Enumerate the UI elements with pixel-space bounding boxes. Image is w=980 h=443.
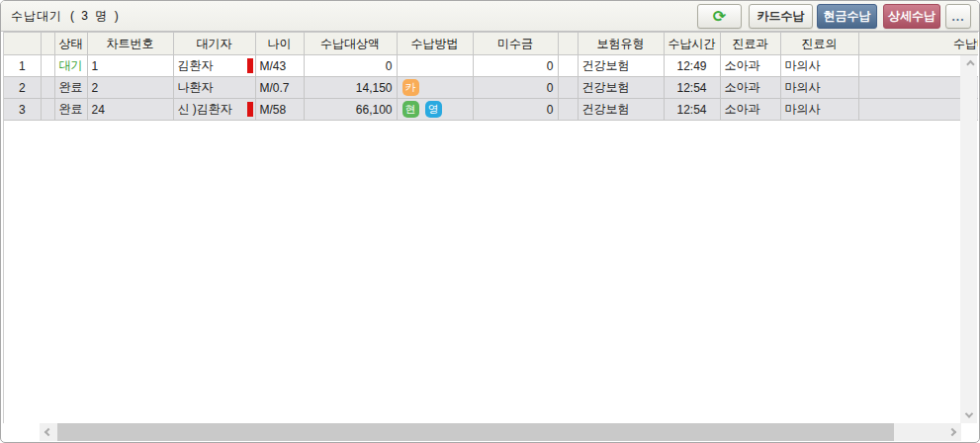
more-options-button[interactable]: ... xyxy=(945,4,971,29)
cell-amount: 0 xyxy=(304,55,397,77)
chevron-left-icon xyxy=(45,428,52,436)
col-patient[interactable]: 대기자 xyxy=(173,33,255,55)
cell-method xyxy=(397,55,473,77)
cell-unpaid: 0 xyxy=(473,55,558,77)
col-insurance[interactable]: 보험유형 xyxy=(578,33,664,55)
col-doctor[interactable]: 진료의 xyxy=(780,33,858,55)
cell-insurance: 건강보험 xyxy=(578,55,664,77)
table-row[interactable]: 3 완료 24 신 )김환자 M/58 66,100 현 영 0 xyxy=(4,99,978,121)
vertical-scrollbar[interactable] xyxy=(960,55,977,423)
scroll-left-button[interactable] xyxy=(40,423,57,441)
cell-insurance: 건강보험 xyxy=(578,77,664,99)
cash-payment-button[interactable]: 현금수납 xyxy=(817,4,877,29)
patient-name: 김환자 xyxy=(178,58,214,72)
cell-rownum: 1 xyxy=(4,55,41,77)
chevron-down-icon xyxy=(964,409,972,417)
cell-patient: 신 )김환자 xyxy=(173,99,255,121)
payment-waiting-table: 상태 차트번호 대기자 나이 수납대상액 수납방법 미수금 보험유형 수납시간 … xyxy=(4,32,978,121)
cell-chart-no: 2 xyxy=(87,77,173,99)
cash-payment-badge: 현 xyxy=(402,101,419,118)
receipt-badge: 영 xyxy=(425,101,442,118)
grid-viewport: 상태 차트번호 대기자 나이 수납대상액 수납방법 미수금 보험유형 수납시간 … xyxy=(3,32,978,423)
cell-spacer xyxy=(558,55,578,77)
cell-chart-no: 1 xyxy=(87,55,173,77)
cell-doctor: 마의사 xyxy=(780,99,858,121)
panel-title: 수납대기 xyxy=(11,8,62,25)
scroll-down-button[interactable] xyxy=(960,406,977,423)
cell-spacer xyxy=(558,77,578,99)
col-chart-no[interactable]: 차트번호 xyxy=(87,33,173,55)
col-status[interactable]: 상태 xyxy=(54,33,87,55)
patient-name: 나환자 xyxy=(178,80,214,94)
col-spacer xyxy=(558,33,578,55)
payment-waiting-panel: 수납대기 ( 3 명 ) ⟳ 카드수납 현금수납 상세수납 ... xyxy=(0,0,980,443)
cell-age: M/43 xyxy=(255,55,304,77)
cell-method: 현 영 xyxy=(397,99,473,121)
cell-insurance: 건강보험 xyxy=(578,99,664,121)
cell-dept: 소아과 xyxy=(720,55,780,77)
horizontal-scroll-track[interactable] xyxy=(894,423,943,441)
scroll-right-button[interactable] xyxy=(943,423,961,441)
col-method[interactable]: 수납방법 xyxy=(397,33,473,55)
alert-flag-icon xyxy=(247,58,253,73)
chevron-up-icon xyxy=(966,59,974,67)
col-unpaid[interactable]: 미수금 xyxy=(473,33,558,55)
cell-indicator xyxy=(41,55,54,77)
table-row[interactable]: 1 대기 1 김환자 M/43 0 0 건강보험 12:49 소아과 xyxy=(4,55,978,77)
cell-status: 대기 xyxy=(54,55,87,77)
cell-doctor: 마의사 xyxy=(780,77,858,99)
horizontal-scroll-thumb[interactable] xyxy=(57,423,894,441)
cell-rownum: 3 xyxy=(4,99,41,121)
cell-rownum: 2 xyxy=(4,77,41,99)
col-memo[interactable]: 수납메모 xyxy=(858,33,978,55)
cell-chart-no: 24 xyxy=(87,99,173,121)
cell-status: 완료 xyxy=(54,99,87,121)
cell-patient: 나환자 xyxy=(173,77,255,99)
cell-indicator xyxy=(41,99,54,121)
toolbar: ⟳ 카드수납 현금수납 상세수납 ... xyxy=(697,4,971,29)
waiting-count: ( 3 명 ) xyxy=(70,8,121,25)
cell-time: 12:54 xyxy=(664,99,720,121)
cell-unpaid: 0 xyxy=(473,77,558,99)
table-row[interactable]: 2 완료 2 나환자 M/0.7 14,150 카 0 건강보험 12:54 xyxy=(4,77,978,99)
col-amount[interactable]: 수납대상액 xyxy=(304,33,397,55)
col-time[interactable]: 수납시간 xyxy=(664,33,720,55)
cell-doctor: 마의사 xyxy=(780,55,858,77)
table-header: 상태 차트번호 대기자 나이 수납대상액 수납방법 미수금 보험유형 수납시간 … xyxy=(4,33,978,55)
cell-age: M/0.7 xyxy=(255,77,304,99)
card-payment-badge: 카 xyxy=(402,79,419,96)
refresh-button[interactable]: ⟳ xyxy=(697,4,742,29)
title-bar: 수납대기 ( 3 명 ) ⟳ 카드수납 현금수납 상세수납 ... xyxy=(1,1,979,32)
cell-time: 12:54 xyxy=(664,77,720,99)
col-age[interactable]: 나이 xyxy=(255,33,304,55)
card-payment-button[interactable]: 카드수납 xyxy=(749,4,813,29)
scroll-up-button[interactable] xyxy=(960,55,977,72)
cell-spacer xyxy=(558,99,578,121)
cell-patient: 김환자 xyxy=(173,55,255,77)
cell-dept: 소아과 xyxy=(720,77,780,99)
col-dept[interactable]: 진료과 xyxy=(720,33,780,55)
cell-method: 카 xyxy=(397,77,473,99)
cell-unpaid: 0 xyxy=(473,99,558,121)
col-indicator xyxy=(41,33,54,55)
detail-payment-button[interactable]: 상세수납 xyxy=(883,4,940,29)
alert-flag-icon xyxy=(247,102,253,117)
cell-amount: 14,150 xyxy=(304,77,397,99)
horizontal-scrollbar[interactable] xyxy=(40,423,961,441)
patient-name: 신 )김환자 xyxy=(178,102,232,116)
col-rownum xyxy=(4,33,41,55)
cell-status: 완료 xyxy=(54,77,87,99)
cell-age: M/58 xyxy=(255,99,304,121)
cell-time: 12:49 xyxy=(664,55,720,77)
cell-amount: 66,100 xyxy=(304,99,397,121)
cell-indicator xyxy=(41,77,54,99)
cell-dept: 소아과 xyxy=(720,99,780,121)
chevron-right-icon xyxy=(948,428,956,436)
refresh-icon: ⟳ xyxy=(713,9,726,25)
